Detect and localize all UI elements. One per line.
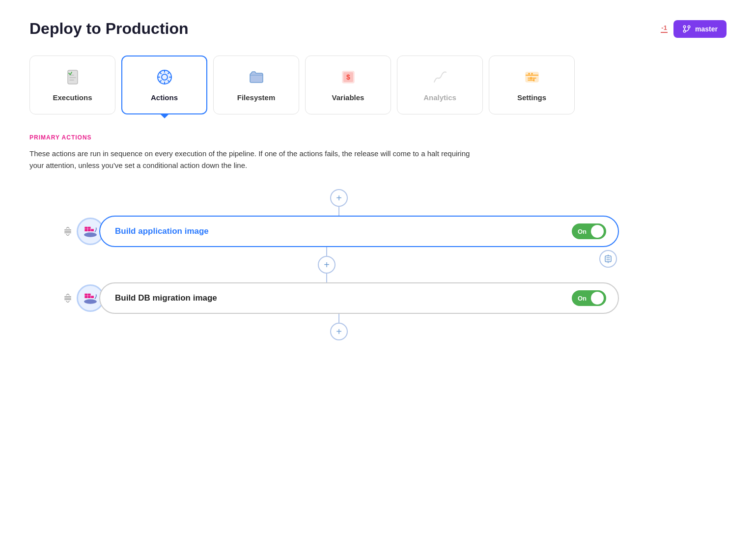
- action-name-2: Build DB migration image: [115, 293, 217, 303]
- add-action-button-bottom[interactable]: +: [330, 323, 348, 340]
- tab-actions[interactable]: Actions: [121, 56, 207, 114]
- variables-icon: $: [339, 68, 357, 88]
- add-btn-wrapper-top: +: [59, 189, 619, 207]
- connector-line-1: [338, 207, 339, 216]
- executions-icon: [64, 68, 82, 88]
- master-button[interactable]: master: [673, 20, 727, 38]
- branch-icon: [682, 25, 691, 33]
- actions-icon: [156, 68, 173, 88]
- svg-rect-44: [91, 296, 94, 298]
- toggle-knob-1: [591, 225, 604, 238]
- tab-variables[interactable]: $ Variables: [305, 56, 391, 114]
- action-row-2: Build DB migration image On: [59, 282, 619, 314]
- connector-line-3: [326, 274, 327, 282]
- action-card-2[interactable]: Build DB migration image On: [99, 282, 619, 314]
- drag-handle-2[interactable]: [59, 289, 77, 307]
- add-action-button-middle[interactable]: +: [318, 256, 336, 274]
- svg-rect-46: [88, 294, 91, 296]
- toggle-wrapper-2: On: [572, 290, 606, 306]
- notif-underline: [661, 32, 668, 33]
- svg-text:$: $: [346, 73, 350, 81]
- tab-filesystem-label: Filesystem: [237, 93, 276, 102]
- tab-settings[interactable]: Settings: [489, 56, 575, 114]
- svg-rect-4: [68, 70, 78, 84]
- section-description: These actions are run in sequence on eve…: [29, 148, 472, 171]
- tab-filesystem[interactable]: Filesystem: [213, 56, 299, 114]
- tab-settings-label: Settings: [517, 93, 546, 102]
- notification-badge: -1: [661, 25, 668, 33]
- svg-rect-43: [88, 296, 91, 298]
- toggle-knob-2: [591, 292, 604, 305]
- action-card-1[interactable]: Build application image On: [99, 216, 619, 247]
- connector-line-4: [338, 314, 339, 323]
- analytics-icon: [431, 68, 449, 88]
- toggle-wrapper-1: On: [572, 223, 606, 239]
- drag-handle-1[interactable]: [59, 222, 77, 240]
- svg-point-29: [84, 232, 97, 237]
- svg-rect-35: [605, 256, 611, 262]
- tab-analytics[interactable]: Analytics: [397, 56, 483, 114]
- section-label: PRIMARY ACTIONS: [29, 134, 727, 141]
- tab-executions[interactable]: Executions: [29, 56, 115, 114]
- filter-icon-1[interactable]: [599, 250, 617, 268]
- section-container: PRIMARY ACTIONS: [29, 134, 727, 141]
- svg-rect-33: [84, 227, 87, 229]
- docker-icon-2: [82, 291, 99, 305]
- svg-rect-30: [84, 229, 87, 231]
- svg-point-20: [528, 73, 530, 75]
- svg-rect-34: [88, 227, 91, 229]
- toggle-1[interactable]: On: [572, 223, 606, 239]
- svg-point-41: [84, 299, 97, 304]
- filesystem-icon: [248, 68, 265, 88]
- action-name-1: Build application image: [115, 226, 209, 236]
- settings-icon: [523, 68, 541, 88]
- docker-icon-1: [82, 224, 99, 238]
- header-right: -1 master: [661, 20, 727, 38]
- add-action-button-top[interactable]: +: [330, 189, 348, 207]
- svg-rect-45: [84, 294, 87, 296]
- page-header: Deploy to Production -1 master: [29, 20, 727, 38]
- page-title: Deploy to Production: [29, 20, 189, 38]
- tab-executions-label: Executions: [53, 93, 92, 102]
- svg-rect-31: [88, 229, 91, 231]
- tab-analytics-label: Analytics: [423, 93, 456, 102]
- svg-rect-42: [84, 296, 87, 298]
- action-row-1: Build application image On: [59, 216, 619, 247]
- toggle-2[interactable]: On: [572, 290, 606, 306]
- tab-variables-label: Variables: [332, 93, 364, 102]
- pipeline-container: +: [29, 189, 727, 340]
- connector-line-2: [326, 247, 327, 256]
- tab-actions-label: Actions: [151, 93, 178, 102]
- svg-point-21: [531, 73, 532, 75]
- tabs-container: Executions Actions: [29, 56, 727, 114]
- svg-rect-32: [91, 229, 94, 231]
